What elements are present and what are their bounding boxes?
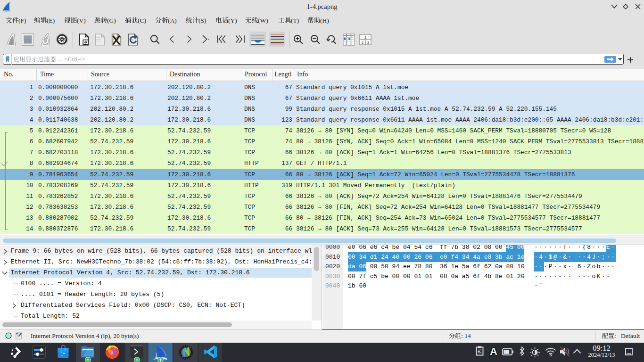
svg-text:1: 1: [364, 35, 367, 40]
svg-text:2: 2: [362, 41, 364, 45]
svg-text:3: 3: [367, 41, 370, 45]
